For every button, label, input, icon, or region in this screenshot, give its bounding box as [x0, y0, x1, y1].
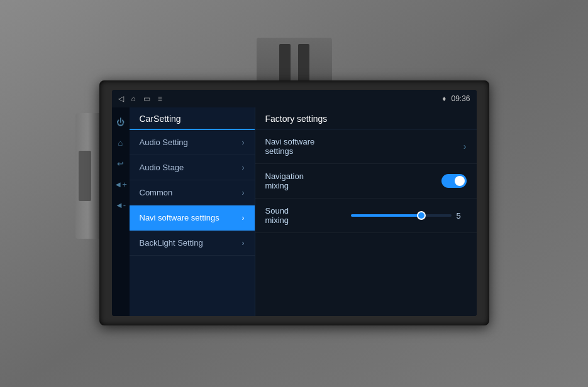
- menu-nav-icon[interactable]: ≡: [158, 94, 162, 103]
- chevron-icon: ›: [242, 163, 245, 172]
- sidebar-item-label: BackLight Setting: [140, 238, 203, 248]
- right-panel: Factory settings Navi softwaresettings ›…: [255, 107, 477, 316]
- chevron-icon: ›: [242, 188, 245, 197]
- sound-mixing-control: 5: [351, 211, 467, 221]
- back-nav-icon[interactable]: ◁: [118, 94, 124, 103]
- sidebar-title: CarSetting: [130, 107, 255, 130]
- slider-track[interactable]: [351, 214, 452, 217]
- status-left: ◁ ⌂ ▭ ≡: [118, 94, 162, 103]
- sidebar-item-label: Audio Setting: [140, 138, 188, 147]
- right-item-navigation-mixing: Navigationmixing: [255, 164, 477, 199]
- slider-fill: [351, 214, 421, 217]
- chevron-icon: ›: [242, 239, 245, 248]
- location-icon: ♦: [442, 94, 446, 103]
- power-icon[interactable]: ⏻: [116, 117, 125, 127]
- slider-value: 5: [457, 211, 467, 221]
- right-panel-title: Factory settings: [255, 107, 477, 129]
- sidebar-item-audio-stage[interactable]: Audio Stage ›: [130, 155, 255, 180]
- navigation-mixing-label: Navigationmixing: [265, 172, 304, 190]
- sound-mixing-label: Soundmixing: [265, 206, 289, 225]
- navigation-mixing-control: [441, 174, 467, 188]
- sidebar: CarSetting Audio Setting › Audio Stage ›…: [130, 107, 255, 316]
- sidebar-item-label: Navi software settings: [140, 213, 219, 222]
- sidebar-item-backlight[interactable]: BackLight Setting ›: [130, 231, 255, 256]
- car-frame: MIC ⏻ ⌂ ↩ ◄+ ◄- ◁ ⌂ ▭ ≡ ♦ 09:36: [0, 0, 588, 387]
- right-item-navi-software[interactable]: Navi softwaresettings ›: [255, 129, 477, 164]
- status-right: ♦ 09:36: [442, 94, 470, 103]
- left-bracket: [75, 113, 101, 239]
- sidebar-item-label: Audio Stage: [140, 163, 184, 172]
- status-time: 09:36: [451, 94, 470, 103]
- volume-down-icon[interactable]: ◄-: [115, 200, 126, 210]
- status-bar: ◁ ⌂ ▭ ≡ ♦ 09:36: [112, 90, 477, 107]
- screen-bezel: MIC ⏻ ⌂ ↩ ◄+ ◄- ◁ ⌂ ▭ ≡ ♦ 09:36: [99, 80, 489, 325]
- home-nav-icon[interactable]: ⌂: [131, 94, 136, 103]
- sidebar-item-common[interactable]: Common ›: [130, 180, 255, 205]
- sidebar-item-navi-software[interactable]: Navi software settings ›: [130, 205, 255, 231]
- chevron-right-icon: ›: [463, 141, 467, 151]
- main-content: CarSetting Audio Setting › Audio Stage ›…: [112, 107, 477, 316]
- navi-software-label: Navi softwaresettings: [265, 137, 315, 156]
- navigation-mixing-toggle[interactable]: [441, 174, 467, 188]
- home-strip-icon[interactable]: ⌂: [118, 138, 123, 148]
- navi-software-control: ›: [463, 141, 467, 151]
- recents-nav-icon[interactable]: ▭: [143, 94, 150, 103]
- slider-thumb[interactable]: [417, 211, 426, 220]
- icon-strip: ⏻ ⌂ ↩ ◄+ ◄-: [112, 107, 130, 316]
- back-strip-icon[interactable]: ↩: [117, 159, 124, 168]
- sidebar-item-audio-setting[interactable]: Audio Setting ›: [130, 130, 255, 155]
- chevron-icon: ›: [242, 214, 245, 222]
- sidebar-item-label: Common: [140, 188, 173, 197]
- screen: MIC ⏻ ⌂ ↩ ◄+ ◄- ◁ ⌂ ▭ ≡ ♦ 09:36: [112, 90, 477, 316]
- right-item-sound-mixing: Soundmixing 5: [255, 199, 477, 233]
- sound-mixing-slider-container: 5: [351, 211, 467, 221]
- volume-up-icon[interactable]: ◄+: [114, 180, 126, 189]
- chevron-icon: ›: [242, 138, 245, 147]
